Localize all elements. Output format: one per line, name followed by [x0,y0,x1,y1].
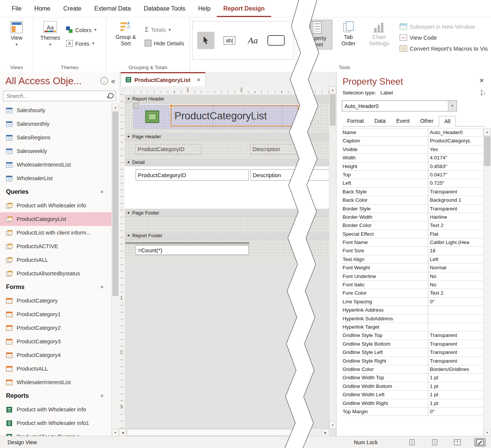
property-value[interactable]: 18 [428,247,483,255]
select-control-tile[interactable] [197,32,215,49]
search-icon[interactable] [108,93,114,99]
property-value[interactable]: 0.725" [428,179,483,187]
scrollbar-thumb[interactable] [113,112,118,296]
count-textbox[interactable]: =Count(*) [136,245,249,255]
property-value[interactable]: Normal [428,264,483,272]
label-control-tile[interactable]: Aa [244,32,261,49]
nav-item-form[interactable]: ProductCategory3 [0,335,111,348]
property-row[interactable]: Hyperlink SubAddress [342,315,483,323]
themes-button[interactable]: Aa Themes ▼ [37,20,64,48]
button-control-tile[interactable] [267,32,285,49]
group-sort-button[interactable]: AZ↓ Group & Sort [109,20,142,48]
nav-item-form[interactable]: WholesalerInterestList [0,375,111,389]
convert-macros-button[interactable]: Convert Report's Macros to Visua [400,45,486,52]
property-value[interactable] [428,306,483,314]
property-value[interactable]: 0" [428,298,483,306]
scroll-up-icon[interactable]: ▲ [329,86,336,94]
detail-bar[interactable]: ◄ Detail [125,158,329,166]
report-footer-section[interactable]: =Count(*) [125,239,329,257]
property-value[interactable]: No [428,281,483,289]
property-row[interactable]: Height 0.4583" [342,162,483,171]
nav-item-form[interactable]: ProductCategory2 [0,321,111,335]
column-header-label[interactable]: ProductCategoryID [136,144,201,154]
property-row[interactable]: Gridline Width Bottom 1 pt [342,382,483,391]
report-header-section[interactable]: ProductCategoryList [125,103,329,132]
close-icon[interactable]: ✕ [477,76,486,85]
property-row[interactable]: Text Align Left [342,255,483,264]
scroll-down-icon[interactable]: ▼ [112,429,119,436]
ribbon-tab[interactable]: External Data [88,0,137,17]
page-header-bar[interactable]: ◄ Page Header [125,132,329,141]
nav-item-query[interactable]: ProductsALL [0,253,111,267]
scrollbar-thumb[interactable] [330,94,335,125]
report-footer-bar[interactable]: ◄ Report Footer [125,231,329,239]
property-value[interactable]: Background 1 [428,196,483,204]
nav-item-report[interactable]: Product with Wholesaler info [0,403,111,416]
nav-item-table[interactable]: Salesweekly [0,144,111,158]
nav-section-queries[interactable]: Queries « [0,185,111,199]
scrollbar-thumb[interactable] [484,136,490,166]
scrollbar-thumb[interactable] [127,429,305,436]
property-row[interactable]: Gridline Width Left 1 pt [342,391,483,399]
property-value[interactable]: No [428,272,483,280]
property-value[interactable]: Transparent [428,331,483,339]
shutter-bar-close-icon[interactable]: « [111,77,115,85]
design-view-button[interactable] [474,438,486,446]
property-row[interactable]: Special Effect Flat [342,230,483,238]
property-value[interactable]: 4.0174" [428,154,483,162]
property-value[interactable]: Transparent [428,340,483,348]
scroll-up-icon[interactable]: ▲ [483,128,491,136]
nav-item-query[interactable]: ProductCategoryList [0,212,111,226]
property-row[interactable]: Font Weight Normal [342,264,483,272]
property-row[interactable]: Top Margin 0" [342,408,483,416]
layout-view-button[interactable] [452,438,463,446]
nav-item-form[interactable]: ProductCategory [0,294,111,307]
property-tab[interactable]: Event [391,116,415,126]
vertical-ruler[interactable]: 1 2 3 [119,94,125,429]
scroll-up-icon[interactable]: ▲ [112,104,119,111]
property-value[interactable]: Auto_Header0 [428,128,483,136]
property-value[interactable]: Transparent [428,188,483,196]
property-value[interactable]: Calibri Light (Hea [428,238,483,246]
property-tab[interactable]: All [439,116,456,127]
property-row[interactable]: Fore Color Text 2 [342,289,483,297]
property-row[interactable]: Line Spacing 0" [342,298,483,306]
property-row[interactable]: Border Width Hairline [342,213,483,221]
property-row[interactable]: Back Style Transparent [342,188,483,196]
property-row[interactable]: Name Auto_Header0 [342,128,483,137]
selection-handle[interactable] [170,104,173,108]
fonts-button[interactable]: A Fonts ▼ [66,40,97,47]
property-row[interactable]: Visible Yes [342,145,483,154]
print-preview-button[interactable] [429,438,440,446]
detail-section[interactable]: ProductCategoryID Description [125,166,329,209]
property-row[interactable]: Gridline Style Left Transparent [342,348,483,357]
canvas-vertical-scrollbar[interactable]: ▲ ▼ [329,86,336,429]
property-row[interactable]: Font Name Calibri Light (Hea [342,238,483,247]
page-footer-bar[interactable]: ◄ Page Footer [125,209,329,217]
nav-menu-chevron-icon[interactable]: ⌄ [100,77,108,85]
nav-item-report[interactable]: Product with Wholesaler info1 [0,416,111,430]
nav-item-query[interactable]: Product with Wholesaler info [0,199,111,212]
nav-scrollbar[interactable]: ▲ ▼ [111,104,119,436]
colors-button[interactable]: Colors ▼ [66,26,97,33]
tab-order-button[interactable]: Tab Order [335,20,362,48]
property-value[interactable] [428,315,483,323]
property-value[interactable]: 1 pt [428,382,483,390]
property-value[interactable]: 0" [428,408,483,416]
property-row[interactable]: Caption ProductCategoryL [342,137,483,145]
property-row[interactable]: Hyperlink Address [342,306,483,314]
nav-item-form[interactable]: ProductCategory1 [0,307,111,321]
property-value[interactable]: Yes [428,145,483,153]
property-grid-scrollbar[interactable]: ▲ ▼ [483,128,491,436]
detail-textbox[interactable]: ProductCategoryID [136,169,249,181]
chart-settings-button[interactable]: Chart Settings [364,20,394,48]
scroll-left-icon[interactable]: ◀ [119,429,127,436]
property-value[interactable]: Text 2 [428,289,483,297]
page-header-section[interactable]: ProductCategoryID Description [125,141,329,158]
property-row[interactable]: Border Color Text 2 [342,221,483,230]
nav-item-report[interactable]: ProductsAllsortedbystatus [0,430,111,436]
nav-item-query[interactable]: ProductsACTIVE [0,239,111,253]
line-control[interactable] [125,242,249,244]
textbox-control-tile[interactable]: ab| [221,32,238,49]
scroll-right-icon[interactable]: ▶ [322,429,329,436]
